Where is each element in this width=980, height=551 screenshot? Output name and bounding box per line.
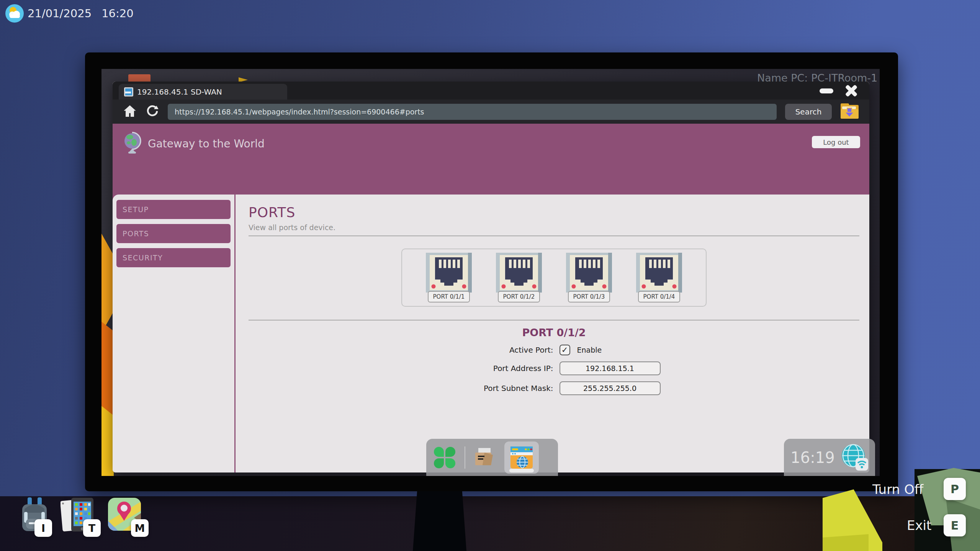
mask-row: Port Subnet Mask:: [249, 381, 859, 395]
sidebar: SETUP PORTS SECURITY: [113, 195, 234, 473]
mask-label: Port Subnet Mask:: [446, 384, 553, 393]
sidebar-item-security[interactable]: SECURITY: [116, 247, 231, 268]
logout-button[interactable]: Log out: [812, 136, 860, 148]
hud-date: 21/01/2025: [28, 7, 92, 20]
monitor-stand: [413, 491, 466, 551]
active-app-indicator: [509, 469, 534, 473]
divider: [249, 320, 859, 320]
active-port-label: Active Port:: [446, 345, 553, 355]
hud-datetime: 21/01/2025 16:20: [28, 7, 134, 20]
wallpaper-shape: [101, 322, 114, 417]
browser-window: 192.168.45.1 SD-WAN Search: [113, 82, 869, 473]
tab-favicon-icon: [124, 87, 133, 96]
sidebar-item-ports[interactable]: PORTS: [116, 223, 231, 244]
exit-action[interactable]: Exit: [907, 518, 931, 533]
hud-time: 16:20: [101, 7, 134, 20]
page-title: Gateway to the World: [148, 137, 265, 150]
backpack-keycap: I: [34, 519, 52, 537]
ethernet-port-icon: [636, 253, 682, 293]
turn-off-keycap: P: [944, 478, 966, 500]
map-keycap: M: [131, 519, 149, 537]
tab-title: 192.168.45.1 SD-WAN: [137, 87, 222, 96]
taskbar-clock-widget: 16:19: [784, 439, 875, 476]
network-globe-icon[interactable]: [840, 443, 869, 473]
ip-row: Port Address IP:: [249, 361, 859, 375]
turn-off-action[interactable]: Turn Off: [872, 482, 923, 497]
ethernet-port-icon: [496, 253, 542, 293]
ports-section: PORTS View all ports of device.: [236, 195, 869, 473]
active-port-row: Active Port: ✓ Enable: [249, 345, 859, 355]
port-label[interactable]: PORT 0/1/1: [428, 291, 470, 302]
port-detail-title: PORT 0/1/2: [249, 327, 859, 338]
ip-input[interactable]: [560, 361, 661, 375]
port-item-2[interactable]: PORT 0/1/2: [496, 253, 542, 306]
dock-divider: [465, 446, 465, 469]
sidebar-item-setup[interactable]: SETUP: [116, 199, 231, 220]
refresh-icon[interactable]: [146, 104, 159, 119]
weather-icon: [5, 4, 24, 25]
port-item-3[interactable]: PORT 0/1/3: [566, 253, 612, 306]
minimize-button[interactable]: [820, 88, 833, 93]
page-body: SETUP PORTS SECURITY PORTS View all port…: [113, 195, 869, 473]
globe-logo-icon: [122, 131, 142, 156]
url-input[interactable]: [168, 104, 777, 120]
port-detail-section: PORT 0/1/2 Active Port: ✓ Enable Port Ad…: [249, 327, 859, 395]
browser-tab[interactable]: 192.168.45.1 SD-WAN: [119, 84, 287, 100]
section-title: PORTS: [249, 204, 859, 220]
ports-panel: PORT 0/1/1: [401, 249, 707, 307]
enable-label: Enable: [577, 346, 602, 354]
port-label[interactable]: PORT 0/1/3: [568, 291, 610, 302]
divider: [249, 235, 859, 236]
mask-input[interactable]: [560, 381, 661, 395]
browser-app-icon: [510, 446, 533, 469]
downloads-folder-icon[interactable]: [840, 103, 859, 121]
scene-root: 21/01/2025 16:20 Name PC: PC-ITRoom-1 19…: [0, 0, 980, 551]
port-label[interactable]: PORT 0/1/4: [638, 291, 681, 302]
port-item-1[interactable]: PORT 0/1/1: [425, 253, 472, 306]
port-item-4[interactable]: PORT 0/1/4: [636, 253, 682, 306]
files-app-icon[interactable]: [474, 448, 495, 467]
monitor-screen: Name PC: PC-ITRoom-1 192.168.45.1 SD-WAN: [101, 69, 880, 476]
wallpaper-shape: [101, 234, 114, 333]
page-header: Gateway to the World Log out: [113, 124, 869, 200]
search-button[interactable]: Search: [785, 104, 832, 120]
ethernet-port-icon: [425, 253, 472, 293]
exit-keycap: E: [944, 514, 966, 536]
ip-label: Port Address IP:: [446, 364, 553, 373]
wallpaper-shape: [101, 406, 114, 476]
close-icon[interactable]: [843, 83, 860, 99]
ethernet-port-icon: [566, 253, 612, 293]
start-menu-icon[interactable]: [434, 447, 455, 468]
enable-checkbox[interactable]: ✓: [560, 345, 570, 355]
tablet-keycap: T: [83, 519, 101, 537]
browser-app-active[interactable]: [504, 441, 539, 474]
browser-tabbar: 192.168.45.1 SD-WAN: [113, 82, 869, 100]
port-label[interactable]: PORT 0/1/2: [498, 291, 540, 302]
taskbar-clock: 16:19: [790, 449, 834, 466]
desktop-icon-partial[interactable]: [128, 74, 151, 82]
taskbar-dock: [426, 439, 558, 476]
section-subtitle: View all ports of device.: [249, 223, 859, 232]
home-icon[interactable]: [123, 104, 137, 119]
browser-toolbar: Search: [113, 100, 869, 124]
